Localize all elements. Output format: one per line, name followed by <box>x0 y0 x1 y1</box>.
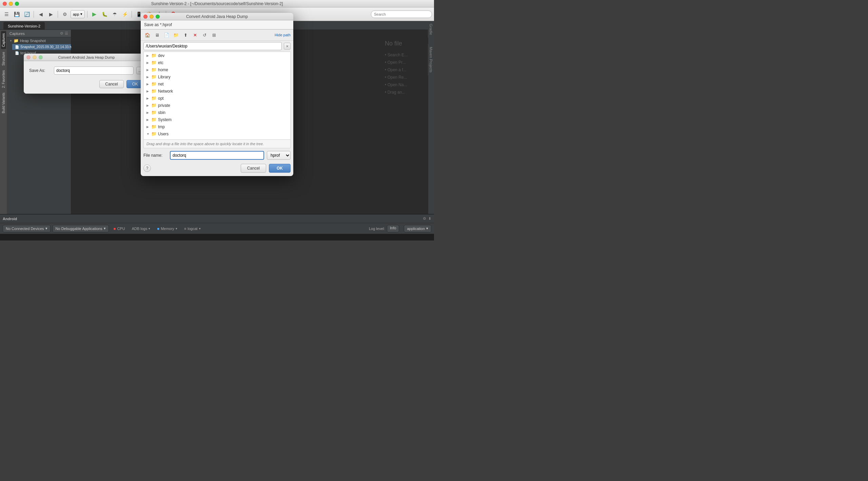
save-as-input[interactable] <box>54 66 134 75</box>
ft-home[interactable]: ▶ 📁 home <box>144 66 290 73</box>
memory-arrow-icon: ▾ <box>176 227 177 230</box>
separator-1 <box>34 11 34 18</box>
global-search-input[interactable] <box>371 11 432 18</box>
extension-dropdown[interactable]: hprof <box>267 151 291 160</box>
toolbar-back-btn[interactable]: ◀ <box>36 10 45 19</box>
coverage-btn[interactable]: ☂ <box>110 10 119 19</box>
adb-arrow-icon: ▾ <box>149 227 150 230</box>
toolbar-menu-btn[interactable]: ☰ <box>2 10 11 19</box>
ft-etc[interactable]: ▶ 📁 etc <box>144 59 290 66</box>
ft-opt[interactable]: ▶ 📁 opt <box>144 95 290 102</box>
view-toggle-btn[interactable]: ⊞ <box>210 31 218 39</box>
desktop-icon-btn[interactable]: 🖥 <box>153 31 161 39</box>
home-icon-btn[interactable]: 🏠 <box>143 31 152 39</box>
download-icon[interactable]: ⬇ <box>428 216 431 221</box>
build-variants-tab[interactable]: Build Variants <box>1 91 6 115</box>
ft-arrow-home: ▶ <box>146 68 150 72</box>
application-dropdown-area: application ▾ <box>404 225 431 232</box>
large-dialog-close-btn[interactable] <box>143 15 147 19</box>
structure-tab[interactable]: Structure <box>1 50 6 68</box>
large-dialog-title: Convert Android Java Heap Dump <box>186 14 248 19</box>
captures-tab[interactable]: Captures <box>1 31 6 49</box>
cpu-tab[interactable]: ■ CPU <box>111 225 128 232</box>
close-button[interactable] <box>3 2 7 6</box>
ft-system[interactable]: ▶ 📁 System <box>144 116 290 123</box>
gradle-tab[interactable]: Gradle <box>428 21 434 38</box>
path-input[interactable] <box>143 42 282 50</box>
adb-tab-label: ADB logs <box>132 227 147 231</box>
documents-icon-btn[interactable]: 📄 <box>162 31 171 39</box>
application-dropdown[interactable]: application ▾ <box>404 225 431 232</box>
ft-dev-label: dev <box>158 53 164 58</box>
ft-users[interactable]: ▼ 📁 Users <box>144 130 290 137</box>
logcat-tab[interactable]: ≡ logcat ▾ <box>181 225 203 232</box>
ft-shared[interactable]: ▶ 📁 Shared <box>144 137 290 140</box>
profile-btn[interactable]: ⚡ <box>120 10 129 19</box>
captures-panel-header: Captures ⚙ ☰ <box>7 30 71 37</box>
captures-title: Captures <box>9 32 25 36</box>
settings-icon[interactable]: ⚙ <box>423 216 426 221</box>
toolbar-sync-btn[interactable]: 🔄 <box>22 10 31 19</box>
no-file-item-5: • Open Na... <box>385 82 408 87</box>
folder-tmp-icon: 📁 <box>151 124 157 129</box>
minimize-button[interactable] <box>9 2 13 6</box>
folder-home-icon: 📁 <box>151 67 157 72</box>
maximize-button[interactable] <box>15 2 19 6</box>
run-btn[interactable]: ▶ <box>90 10 99 19</box>
no-file-item-3: • Open a f... <box>385 68 408 72</box>
log-level-dropdown[interactable]: Info <box>387 225 399 232</box>
ft-dev[interactable]: ▶ 📁 dev <box>144 52 290 59</box>
ft-library[interactable]: ▶ 📁 Library <box>144 73 290 80</box>
android-panel-title: Android <box>3 217 17 221</box>
refresh-icon-btn[interactable]: ↺ <box>200 31 209 39</box>
help-button[interactable]: ? <box>143 165 151 172</box>
ft-arrow-tmp: ▶ <box>146 125 150 129</box>
toolbar-forward-btn[interactable]: ▶ <box>46 10 55 19</box>
ft-private[interactable]: ▶ 📁 private <box>144 102 290 109</box>
folder-system-icon: 📁 <box>151 117 157 122</box>
adb-logs-tab[interactable]: ADB logs ▾ <box>129 225 153 232</box>
toolbar-save-btn[interactable]: 💾 <box>12 10 21 19</box>
toolbar-run-config-btn[interactable]: ⚙ <box>60 10 69 19</box>
memory-tab[interactable]: ■ Memory ▾ <box>154 225 180 232</box>
snapshot-file-1[interactable]: 📄 Snapshot_2015.09.30_22.14.33.hprof <box>12 44 71 50</box>
editor-tab-1[interactable]: Sunshine-Version-2 <box>3 22 45 30</box>
log-level-label: Log level: <box>369 227 385 231</box>
filename-row: File name: hprof <box>141 148 293 161</box>
panel-menu-icon[interactable]: ☰ <box>65 31 68 36</box>
folder-users-icon: 📁 <box>151 131 157 136</box>
device-dropdown-arrow: ▾ <box>45 226 47 231</box>
window-controls[interactable] <box>3 2 19 6</box>
large-dialog-min-btn[interactable] <box>150 15 154 19</box>
ft-sbin[interactable]: ▶ 📁 sbin <box>144 109 290 116</box>
small-dialog-min-btn[interactable] <box>33 55 37 59</box>
small-dialog-close-btn[interactable] <box>26 55 31 59</box>
large-dialog-ok-btn[interactable]: OK <box>269 164 291 173</box>
drag-drop-hint: Drag and drop a file into the space abov… <box>143 140 291 148</box>
hide-path-btn[interactable]: Hide path <box>275 33 291 37</box>
debug-btn[interactable]: 🐛 <box>100 10 109 19</box>
ft-library-label: Library <box>158 75 171 79</box>
large-dialog-toolbar: 🏠 🖥 📄 📁 ⬆ ✕ ↺ ⊞ Hide path <box>141 30 293 41</box>
new-folder-btn[interactable]: 📁 <box>172 31 180 39</box>
ft-sbin-label: sbin <box>158 110 165 115</box>
ft-tmp[interactable]: ▶ 📁 tmp <box>144 123 290 130</box>
up-folder-btn[interactable]: ⬆ <box>181 31 190 39</box>
device-dropdown[interactable]: No Connected Devices ▾ <box>3 225 51 232</box>
small-dialog-cancel-btn[interactable]: Cancel <box>99 80 123 88</box>
favorites-tab[interactable]: 2: Favorites <box>1 68 6 90</box>
path-clear-btn[interactable]: ✕ <box>284 43 291 50</box>
app-dropdown[interactable]: No Debuggable Applications ▾ <box>53 225 109 232</box>
run-config-dropdown[interactable]: app ▾ <box>71 10 85 18</box>
filename-input[interactable] <box>170 151 264 160</box>
ft-net[interactable]: ▶ 📁 net <box>144 80 290 88</box>
ft-network[interactable]: ▶ 📁 Network <box>144 88 290 95</box>
gear-icon[interactable]: ⚙ <box>60 31 63 36</box>
large-dialog-cancel-btn[interactable]: Cancel <box>241 164 266 173</box>
file-tree[interactable]: ▶ 📁 dev ▶ 📁 etc ▶ 📁 home ▶ 📁 Library ▶ 📁… <box>143 52 291 140</box>
heap-snapshot-folder[interactable]: ▼ 📁 Heap Snapshot <box>7 37 71 44</box>
delete-icon-btn[interactable]: ✕ <box>191 31 199 39</box>
maven-projects-tab[interactable]: Maven Projects <box>428 44 434 75</box>
small-dialog-max-btn[interactable] <box>39 55 43 59</box>
large-dialog-max-btn[interactable] <box>156 15 160 19</box>
